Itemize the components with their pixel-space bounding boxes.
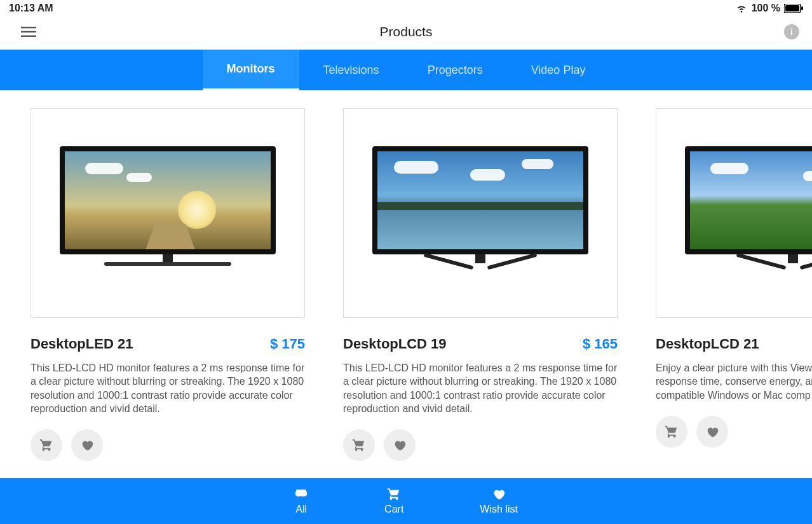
cart-icon <box>665 425 679 439</box>
product-image <box>343 108 618 318</box>
status-time: 10:13 AM <box>9 3 53 14</box>
product-list[interactable]: DesktopLED 21 $ 175 This LED-LCD HD moni… <box>0 90 812 461</box>
menu-button[interactable] <box>19 22 38 41</box>
bottom-tab-label: Cart <box>384 504 403 515</box>
tab-video-play[interactable]: Video Play <box>507 50 610 90</box>
add-to-cart-button[interactable] <box>656 416 687 448</box>
add-to-cart-button[interactable] <box>343 429 375 461</box>
product-price: $ 165 <box>583 336 618 352</box>
svg-rect-4 <box>21 31 36 32</box>
store-icon <box>294 487 308 501</box>
info-icon: i <box>790 27 793 37</box>
tab-label: Televisions <box>323 64 379 77</box>
tab-televisions[interactable]: Televisions <box>299 50 403 90</box>
product-name: DesktopLED 21 <box>30 336 133 352</box>
bottom-tab-bar: All Cart Wish list <box>0 478 812 524</box>
bottom-tab-all[interactable]: All <box>294 487 308 515</box>
cart-icon <box>39 438 53 452</box>
tab-label: Monitors <box>227 62 275 76</box>
status-bar: 10:13 AM 100 % <box>0 0 812 14</box>
add-to-cart-button[interactable] <box>30 429 62 461</box>
bottom-tab-label: All <box>295 504 307 515</box>
cart-icon <box>387 487 401 501</box>
product-name: DesktopLCD 19 <box>343 336 447 352</box>
menu-icon <box>21 24 36 39</box>
battery-text: 100 % <box>752 3 780 14</box>
product-name: DesktopLCD 21 <box>656 336 759 352</box>
product-price: $ 175 <box>270 336 305 352</box>
svg-rect-1 <box>785 5 799 11</box>
category-tabs: Monitors Televisions Progectors Video Pl… <box>0 50 812 90</box>
heart-icon <box>393 438 407 452</box>
svg-rect-2 <box>801 6 803 10</box>
svg-rect-5 <box>21 36 36 37</box>
product-description: This LED-LCD HD monitor features a 2 ms … <box>343 361 618 415</box>
heart-icon <box>80 438 94 452</box>
tab-monitors[interactable]: Monitors <box>203 50 299 90</box>
tab-progectors[interactable]: Progectors <box>403 50 507 90</box>
product-description: Enjoy a clear picture with this View whi… <box>656 361 812 402</box>
page-title: Products <box>380 24 433 39</box>
cart-icon <box>352 438 366 452</box>
info-button[interactable]: i <box>784 24 799 39</box>
svg-rect-3 <box>21 27 36 28</box>
product-card[interactable]: DesktopLED 21 $ 175 This LED-LCD HD moni… <box>30 108 305 461</box>
nav-bar: Products i <box>0 14 812 50</box>
heart-icon <box>492 487 506 501</box>
product-card[interactable]: DesktopLCD 19 $ 165 This LED-LCD HD moni… <box>343 108 618 461</box>
add-to-wishlist-button[interactable] <box>696 416 728 448</box>
product-card[interactable]: DesktopLCD 21 Enjoy a clear picture with… <box>656 108 812 461</box>
product-description: This LED-LCD HD monitor features a 2 ms … <box>30 361 305 415</box>
status-right: 100 % <box>735 3 803 14</box>
bottom-tab-wishlist[interactable]: Wish list <box>480 487 518 515</box>
battery-icon <box>784 4 803 13</box>
wifi-icon <box>735 3 748 13</box>
add-to-wishlist-button[interactable] <box>71 429 103 461</box>
product-image <box>30 108 305 318</box>
bottom-tab-cart[interactable]: Cart <box>384 487 403 515</box>
bottom-tab-label: Wish list <box>480 504 518 515</box>
tab-label: Video Play <box>531 64 586 77</box>
tab-label: Progectors <box>428 64 483 77</box>
heart-icon <box>705 425 719 439</box>
add-to-wishlist-button[interactable] <box>384 429 416 461</box>
product-image <box>656 108 812 318</box>
